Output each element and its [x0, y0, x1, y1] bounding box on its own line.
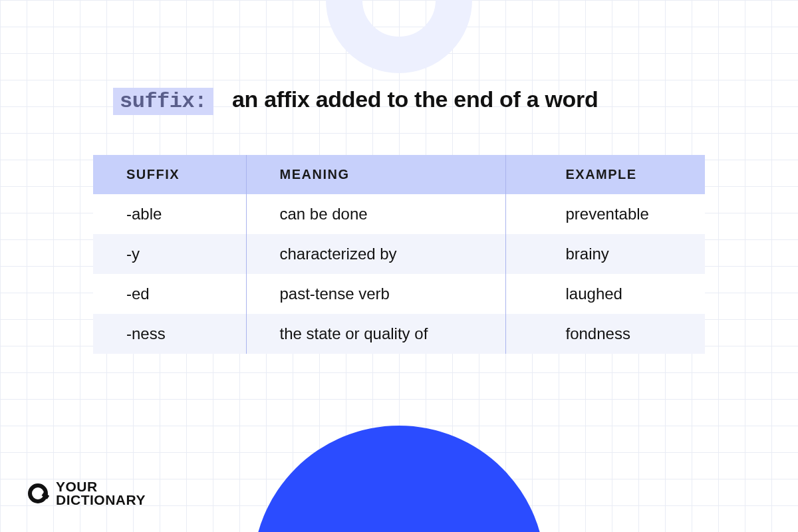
cell-example: brainy: [505, 234, 705, 274]
cell-meaning: characterized by: [246, 234, 505, 274]
term-definition: an affix added to the end of a word: [232, 86, 598, 112]
cell-meaning: the state or quality of: [246, 314, 505, 354]
table-row: -ed past-tense verb laughed: [93, 274, 705, 314]
cell-suffix: -ness: [93, 314, 246, 354]
definition-row: suffix: an affix added to the end of a w…: [113, 86, 705, 115]
cell-meaning: can be done: [246, 194, 505, 234]
logo-line1: YOUR: [56, 480, 146, 493]
cell-suffix: -ed: [93, 274, 246, 314]
cell-example: preventable: [505, 194, 705, 234]
table-row: -able can be done preventable: [93, 194, 705, 234]
brand-logo: YOUR DICTIONARY: [27, 480, 146, 507]
header-suffix: SUFFIX: [93, 155, 246, 194]
logo-icon: [27, 482, 49, 505]
main-content: suffix: an affix added to the end of a w…: [0, 0, 798, 354]
header-meaning: MEANING: [246, 155, 505, 194]
term-label: suffix:: [113, 88, 213, 115]
suffix-table: SUFFIX MEANING EXAMPLE -able can be done…: [93, 155, 705, 354]
cell-example: fondness: [505, 314, 705, 354]
header-example: EXAMPLE: [505, 155, 705, 194]
logo-text: YOUR DICTIONARY: [56, 480, 146, 507]
table-header-row: SUFFIX MEANING EXAMPLE: [93, 155, 705, 194]
cell-suffix: -y: [93, 234, 246, 274]
cell-example: laughed: [505, 274, 705, 314]
cell-suffix: -able: [93, 194, 246, 234]
cell-meaning: past-tense verb: [246, 274, 505, 314]
logo-line2: DICTIONARY: [56, 493, 146, 507]
table-row: -ness the state or quality of fondness: [93, 314, 705, 354]
table-row: -y characterized by brainy: [93, 234, 705, 274]
